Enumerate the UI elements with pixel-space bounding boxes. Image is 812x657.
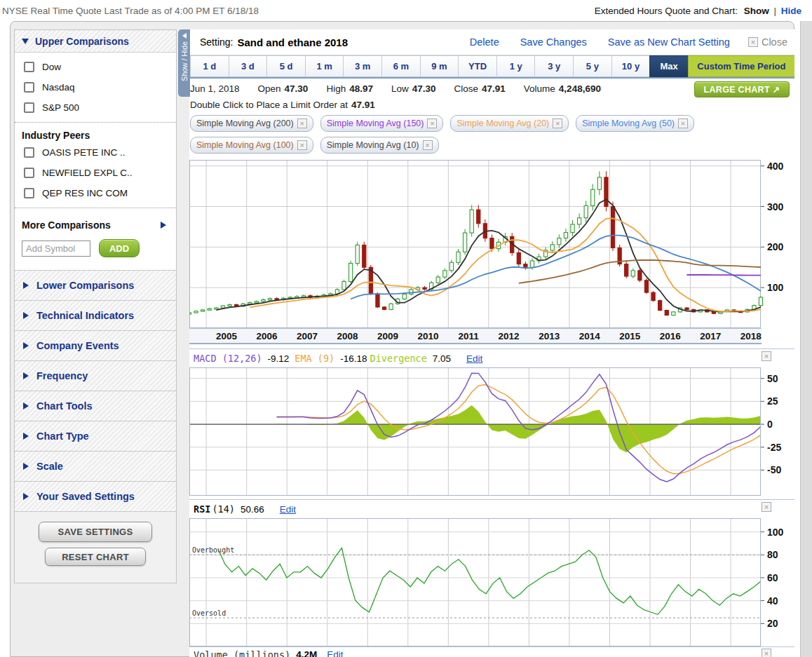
price-chart[interactable]: 400300200100 [189,160,794,328]
ma-chip-label: Simple Moving Avg (20) [456,118,549,128]
custom-time-period-tab[interactable]: Custom Time Period [688,55,794,77]
peer-checkbox[interactable] [24,168,34,178]
chevron-right-icon [23,342,29,349]
comparison-checkbox[interactable] [24,62,34,72]
sidebar-section-chart-type[interactable]: Chart Type [15,421,176,451]
ma-chip-label: Simple Moving Avg (10) [327,140,419,150]
remove-chip-icon[interactable] [553,118,562,128]
comparison-checkbox[interactable] [24,102,34,113]
chevron-right-icon [23,312,29,319]
y-axis-tick: 40 [767,595,778,607]
period-tab-1m[interactable]: 1 m [305,55,344,77]
sidebar-section-chart-tools[interactable]: Chart Tools [15,391,176,421]
scrollbar[interactable] [800,21,812,657]
close-rsi-icon[interactable] [762,502,771,512]
ma-chip-label: Simple Moving Avg (100) [196,140,294,150]
ma-chip: Simple Moving Avg (50) [576,115,694,132]
chevron-right-icon [161,222,166,229]
add-symbol-input[interactable] [22,241,90,257]
y-axis-tick: -25 [767,442,781,453]
sidebar-section-lower-comparisons[interactable]: Lower Comparisons [15,270,176,300]
close-volume-icon[interactable] [762,649,771,657]
volume-edit-link[interactable]: Edit [327,649,343,657]
ma-line [687,275,762,276]
peer-checkbox[interactable] [24,147,34,158]
period-tabs: 1 d3 d5 d1 m3 m6 m9 mYTD1 y3 y5 y10 yMax… [190,55,794,79]
comparison-label: Nasdaq [42,82,75,93]
rsi-chart[interactable]: OverboughtOversold10080604020 [189,518,794,646]
x-axis-year: 2014 [574,331,605,341]
period-tab-5d[interactable]: 5 d [266,55,305,77]
period-tab-Max[interactable]: Max [649,55,688,77]
sidebar-section-label: Company Events [36,340,119,351]
period-tab-9m[interactable]: 9 m [420,55,459,77]
low-label: Low [391,83,409,94]
period-tab-1d[interactable]: 1 d [190,55,229,77]
x-axis-year: 2015 [614,331,645,341]
large-chart-button[interactable]: LARGE CHART ↗ [694,81,790,97]
remove-chip-icon[interactable] [297,140,307,150]
macd-chart[interactable]: 50250-25-50 [189,367,794,496]
remove-chip-icon[interactable] [423,140,433,150]
x-axis-year: 2016 [655,331,686,341]
close-label: Close [762,36,787,48]
sidebar-section-label: Frequency [36,370,88,381]
sidebar-section-scale[interactable]: Scale [15,451,176,481]
extended-hours-label: Extended Hours Quote and Chart: [595,6,738,16]
x-axis-year: 2008 [332,331,363,341]
industry-peers-label: Industry Peers [15,127,176,142]
x-axis-year: 2010 [413,331,444,341]
period-tab-3m[interactable]: 3 m [343,55,381,77]
close-settings-button[interactable]: Close [748,36,787,48]
remove-chip-icon[interactable] [427,118,437,128]
period-tab-YTD[interactable]: YTD [458,55,496,77]
more-comparisons-header[interactable]: More Comparisons [15,212,176,233]
sidebar-section-company-events[interactable]: Company Events [15,330,176,360]
period-tab-6m[interactable]: 6 m [381,55,420,77]
close-icon[interactable] [748,37,758,47]
separator [15,208,176,208]
chevron-right-icon [23,493,29,500]
rsi-panel: RSI(14) 50.66 Edit OverboughtOversold100… [189,499,794,646]
limit-price: 47.91 [351,100,375,110]
close-macd-icon[interactable] [762,351,771,361]
extended-hours-show-link[interactable]: Show [744,6,769,16]
period-tab-1y[interactable]: 1 y [496,55,535,77]
chevron-right-icon [23,372,29,379]
quote-status-text: NYSE Real Time Quote Last Trade as of 4:… [2,6,259,16]
y-axis-tick: 300 [767,201,784,212]
remove-chip-icon[interactable] [678,118,688,128]
save-settings-button[interactable]: SAVE SETTINGS [39,522,152,542]
sidebar-section-label: Lower Comparisons [36,280,134,291]
reset-chart-button[interactable]: RESET CHART [45,548,146,566]
add-symbol-button[interactable]: ADD [99,239,140,257]
remove-chip-icon[interactable] [297,118,307,128]
rsi-edit-link[interactable]: Edit [280,504,296,515]
peer-item: OASIS PETE INC .. [15,142,176,163]
volume-strip-value: 4.2M [296,649,317,657]
period-tab-3y[interactable]: 3 y [534,55,573,77]
sidebar-section-technical-indicators[interactable]: Technical Indicators [15,300,176,330]
add-symbol-row: ADD [15,233,176,269]
sidebar: Upper Comparisons DowNasdaqS&P 500 Indus… [14,29,177,583]
upper-comparisons-header[interactable]: Upper Comparisons [15,30,176,53]
sidebar-section-your-saved-settings[interactable]: Your Saved Settings [15,481,176,511]
extended-hours-hide-link[interactable]: Hide [781,6,801,16]
separator [15,122,176,123]
ma-chip: Simple Moving Avg (10) [320,137,439,154]
save-changes-link[interactable]: Save Changes [520,36,587,48]
show-hide-sidebar-tab[interactable]: Show / Hide [178,29,190,97]
ma-chip-label: Simple Moving Avg (150) [327,118,424,128]
period-tab-10y[interactable]: 10 y [611,55,650,77]
sidebar-section-frequency[interactable]: Frequency [15,360,176,391]
period-tab-3d[interactable]: 3 d [229,55,267,77]
delete-link[interactable]: Delete [470,36,499,48]
x-axis-year: 2013 [534,331,564,341]
period-tab-5y[interactable]: 5 y [573,55,611,77]
rsi-period: (14) [212,503,235,515]
peer-checkbox[interactable] [24,188,34,198]
save-as-new-link[interactable]: Save as New Chart Setting [608,36,730,48]
chevron-right-icon [23,463,29,470]
macd-edit-link[interactable]: Edit [466,353,482,364]
comparison-checkbox[interactable] [24,82,34,93]
